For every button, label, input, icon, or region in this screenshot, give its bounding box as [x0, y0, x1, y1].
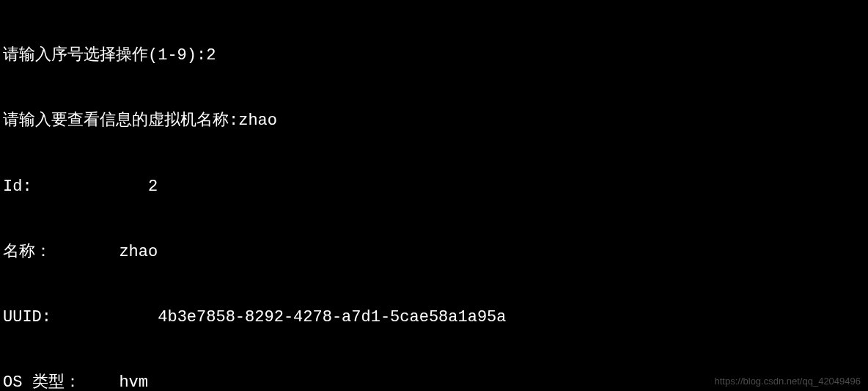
value: hvm	[119, 372, 148, 391]
prompt-text: 请输入序号选择操作(1-9):	[3, 45, 206, 67]
info-name: 名称： zhao	[3, 241, 865, 263]
info-id: Id: 2	[3, 176, 865, 198]
label: UUID:	[3, 307, 51, 329]
spacer	[51, 307, 158, 329]
value: 2	[148, 176, 158, 198]
label: Id:	[3, 176, 32, 198]
terminal-output: 请输入序号选择操作(1-9):2 请输入要查看信息的虚拟机名称:zhao Id:…	[3, 1, 865, 391]
spacer	[32, 176, 148, 198]
prompt-vm-name: 请输入要查看信息的虚拟机名称:zhao	[3, 110, 865, 132]
label: 名称：	[3, 241, 51, 263]
value: zhao	[119, 241, 158, 263]
info-uuid: UUID: 4b3e7858-8292-4278-a7d1-5cae58a1a9…	[3, 307, 865, 329]
prompt-select-op: 请输入序号选择操作(1-9):2	[3, 45, 865, 67]
prompt-input: 2	[206, 45, 216, 67]
spacer	[81, 372, 119, 391]
spacer	[51, 241, 119, 263]
prompt-text: 请输入要查看信息的虚拟机名称:	[3, 110, 238, 132]
label: OS 类型：	[3, 372, 81, 391]
watermark: https://blog.csdn.net/qq_42049496	[715, 375, 861, 388]
value: 4b3e7858-8292-4278-a7d1-5cae58a1a95a	[158, 307, 506, 329]
prompt-input: zhao	[238, 110, 277, 132]
